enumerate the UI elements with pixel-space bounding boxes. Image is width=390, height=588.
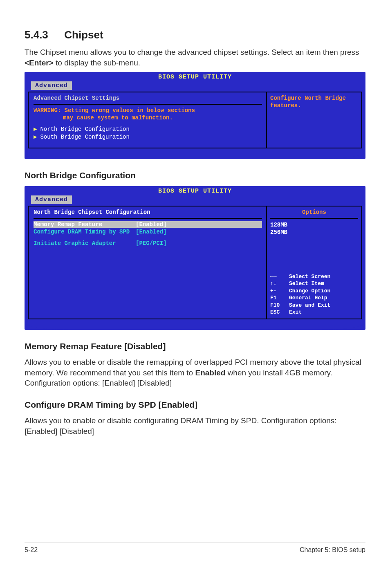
bios-left-pane: North Bridge Chipset Configuration Memor… xyxy=(28,206,266,319)
help-row: +-Change Option xyxy=(270,287,358,295)
help-row: ↑↓Select Item xyxy=(270,280,358,287)
warn-line2: may cause system to malfunction. xyxy=(34,114,262,122)
help-desc: Change Option xyxy=(289,287,330,295)
cfg-value: [Enabled] xyxy=(136,221,181,228)
menu-item-label: North Bridge Configuration xyxy=(40,126,129,132)
option-256mb[interactable]: 256MB xyxy=(270,229,358,236)
bios-body: Advanced Chipset Settings WARNING: Setti… xyxy=(25,92,365,152)
help-key: ←→ xyxy=(270,273,289,281)
section-intro: The Chipset menu allows you to change th… xyxy=(25,47,365,68)
bios-panel-advanced-chipset: BIOS SETUP UTILITY Advanced Advanced Chi… xyxy=(25,72,365,159)
cfg-label: Initiate Graphic Adapter xyxy=(34,240,136,247)
bios-heading: Advanced Chipset Settings xyxy=(34,95,262,101)
help-key: ↑↓ xyxy=(270,280,289,287)
options-label: Options xyxy=(270,209,358,215)
warn-line1: Setting wrong values in below sections xyxy=(61,107,195,114)
help-key: F1 xyxy=(270,294,289,302)
help-row: ←→Select Screen xyxy=(270,273,358,281)
section-name: Chipset xyxy=(64,29,103,41)
triangle-right-icon: ▶ xyxy=(34,134,37,140)
dram-timing-heading: Configure DRAM Timing by SPD [Enabled] xyxy=(25,400,365,410)
help-desc: Select Screen xyxy=(289,273,330,281)
cfg-label: Configure DRAM Timing by SPD xyxy=(34,229,136,235)
divider xyxy=(34,218,262,219)
option-128mb[interactable]: 128MB xyxy=(270,221,358,229)
bios-tabrow: Advanced xyxy=(25,81,365,92)
bios-right-pane: Configure North Bridge features. xyxy=(266,92,362,148)
row-memory-remap[interactable]: Memory Remap Feature [Enabled] xyxy=(34,221,262,228)
bios-right-line2: features. xyxy=(270,102,358,110)
help-row: F1General Help xyxy=(270,294,358,302)
help-desc: Save and Exit xyxy=(289,302,330,309)
dram-timing-body: Allows you to enable or disable configur… xyxy=(25,415,365,436)
bios-warning: WARNING: Setting wrong values in below s… xyxy=(34,107,262,121)
page-number: 5-22 xyxy=(25,546,38,554)
triangle-right-icon: ▶ xyxy=(34,126,37,132)
bios-body: North Bridge Chipset Configuration Memor… xyxy=(25,206,365,323)
section-title: 5.4.3 Chipset xyxy=(25,29,365,41)
cfg-value: [Enabled] xyxy=(136,229,181,235)
help-desc: General Help xyxy=(289,294,327,302)
north-bridge-heading: North Bridge Configuration xyxy=(25,171,365,180)
intro-pre: The Chipset menu allows you to change th… xyxy=(25,48,359,56)
help-row: F10Save and Exit xyxy=(270,302,358,309)
bios-help-block: ←→Select Screen ↑↓Select Item +-Change O… xyxy=(270,273,358,316)
help-key: F10 xyxy=(270,302,289,309)
intro-post: to display the sub-menu. xyxy=(54,58,140,67)
help-desc: Select Item xyxy=(289,280,324,287)
memory-remap-heading: Memory Remap Feature [Disabled] xyxy=(25,341,365,351)
help-key: ESC xyxy=(270,309,289,316)
memory-remap-body: Allows you to enable or disable the rema… xyxy=(25,357,365,388)
cfg-value: [PEG/PCI] xyxy=(136,240,181,247)
intro-enter-key: <Enter> xyxy=(25,58,54,67)
cfg-label: Memory Remap Feature xyxy=(34,221,136,228)
menu-item-label: South Bridge Configuration xyxy=(40,134,129,140)
bios-tabrow: Advanced xyxy=(25,195,365,206)
bios-panel-north-bridge: BIOS SETUP UTILITY Advanced North Bridge… xyxy=(25,186,365,330)
menu-item-south-bridge[interactable]: ▶South Bridge Configuration xyxy=(34,133,262,140)
bios-bottom-curve xyxy=(25,152,365,159)
section-number: 5.4.3 xyxy=(25,29,61,41)
bios-title: BIOS SETUP UTILITY xyxy=(25,186,365,195)
divider xyxy=(34,104,262,105)
bios-right-pane: Options 128MB 256MB ←→Select Screen ↑↓Se… xyxy=(266,206,362,319)
help-desc: Exit xyxy=(289,309,302,316)
bios-left-pane: Advanced Chipset Settings WARNING: Setti… xyxy=(28,92,266,148)
bios-bottom-curve xyxy=(25,323,365,330)
divider xyxy=(270,218,358,219)
page-footer: 5-22 Chapter 5: BIOS setup xyxy=(25,543,365,554)
tab-advanced[interactable]: Advanced xyxy=(31,81,72,90)
row-initiate-graphic[interactable]: Initiate Graphic Adapter [PEG/PCI] xyxy=(34,240,262,247)
tab-advanced[interactable]: Advanced xyxy=(31,195,72,204)
bios-right-line1: Configure North Bridge xyxy=(270,95,358,102)
warn-label: WARNING: xyxy=(34,107,61,114)
menu-item-north-bridge[interactable]: ▶North Bridge Configuration xyxy=(34,126,262,132)
help-key: +- xyxy=(270,287,289,295)
spacer xyxy=(34,247,262,296)
bios-heading: North Bridge Chipset Configuration xyxy=(34,209,262,215)
help-row: ESCExit xyxy=(270,309,358,316)
memremap-bold: Enabled xyxy=(195,368,225,377)
chapter-label: Chapter 5: BIOS setup xyxy=(300,546,365,554)
bios-title: BIOS SETUP UTILITY xyxy=(25,72,365,81)
row-dram-timing[interactable]: Configure DRAM Timing by SPD [Enabled] xyxy=(34,229,262,235)
